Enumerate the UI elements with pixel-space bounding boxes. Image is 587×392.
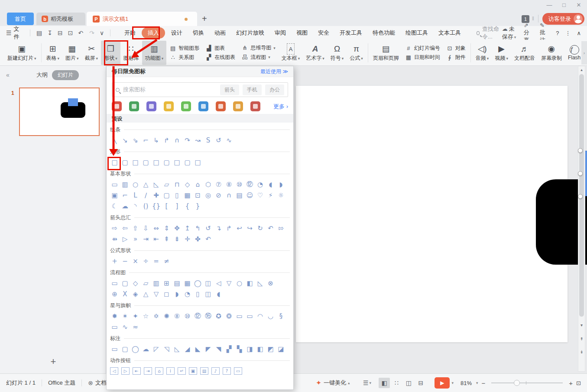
shape-cell-basic-shapes[interactable]: ⌂	[193, 180, 202, 189]
shape-cell-arrows[interactable]: »	[131, 234, 140, 244]
one-click-beautify-button[interactable]: 一键美化	[324, 379, 346, 387]
toolbar-small-button[interactable]: ⊡对象	[446, 45, 466, 52]
shape-cell-flowchart[interactable]: ⊞	[162, 279, 171, 288]
shape-cell-stars-banners[interactable]: ❂	[224, 311, 234, 321]
shape-cell-stars-banners[interactable]: ⑫	[193, 311, 202, 321]
toolbar-button[interactable]: ƒ Flash	[565, 41, 584, 65]
daily-free-icon[interactable]	[250, 101, 260, 111]
toolbar-button[interactable]: ▥ 功能图▾	[142, 41, 167, 65]
resize-handle-w[interactable]	[578, 171, 583, 176]
shape-cell-basic-shapes[interactable]: ▱	[162, 180, 171, 189]
shape-cell-lines[interactable]: ⇘	[131, 136, 140, 145]
shape-cell-flowchart[interactable]: ◯	[193, 279, 202, 288]
shape-cell-stars-banners[interactable]: ◠	[256, 311, 265, 321]
zoom-in-button[interactable]: +	[569, 379, 573, 387]
shape-cell-basic-shapes[interactable]: ○	[131, 180, 140, 189]
shape-cell-basic-shapes[interactable]: ]	[172, 201, 182, 211]
shape-cell-basic-shapes[interactable]: ☁	[120, 201, 130, 211]
shape-cell-formula-shapes[interactable]: ≠	[162, 256, 171, 266]
shape-cell-formula-shapes[interactable]: ÷	[141, 256, 150, 266]
shape-cell-flowchart[interactable]: ◖	[214, 289, 223, 299]
ribbon-expand-button[interactable]: ›	[581, 41, 587, 65]
menu-item[interactable]: 视图	[292, 27, 312, 39]
tab-docer-templates[interactable]: b 稻壳模板	[36, 13, 85, 25]
search-tag[interactable]: 箭头	[220, 84, 239, 95]
shape-cell-flowchart[interactable]: ◇	[131, 279, 140, 288]
search-tag[interactable]: 手机	[243, 84, 262, 95]
shape-cell-basic-shapes[interactable]: ◗	[276, 180, 285, 189]
shape-cell-arrows[interactable]: ↶	[204, 234, 213, 244]
shape-cell-stars-banners[interactable]: ✦	[131, 311, 140, 321]
next-slide-icon[interactable]: ↡	[578, 350, 585, 354]
shape-cell-arrows[interactable]: ⇥	[141, 234, 150, 244]
toolbar-button[interactable]: ▶ 视频▾	[492, 41, 511, 65]
shape-cell-flowchart[interactable]: ◧	[245, 279, 254, 288]
menu-item[interactable]: 设计	[167, 27, 187, 39]
shape-cell-flowchart[interactable]: ▤	[172, 279, 182, 288]
shape-cell-arrows[interactable]: ↻	[256, 224, 265, 233]
zoom-slider[interactable]	[491, 382, 563, 383]
shape-cell-arrows[interactable]: ⇰	[276, 224, 285, 233]
recently-used-link[interactable]: 最近使用 ≫	[260, 68, 288, 75]
menu-item[interactable]: 文本工具	[434, 27, 465, 39]
shape-cell-formula-shapes[interactable]: +	[110, 256, 119, 266]
shape-cell-lines[interactable]: ↳	[152, 136, 161, 145]
shape-cell-flowchart[interactable]: X	[120, 289, 130, 299]
shape-cell-rectangles[interactable]: □	[193, 158, 202, 167]
shape-cell-basic-shapes[interactable]: {	[183, 201, 192, 211]
shape-cell-lines[interactable]: ╲	[110, 136, 119, 145]
toolbar-button[interactable]: ✂ 截屏▾	[82, 41, 101, 65]
shape-cell-arrows[interactable]: ⇤	[152, 234, 161, 244]
zoom-out-button[interactable]: −	[482, 379, 486, 387]
shape-cell-basic-shapes[interactable]: ∕	[141, 191, 150, 200]
shape-cell-basic-shapes[interactable]: ▯	[172, 191, 182, 200]
shape-cell-arrows[interactable]: ⇟	[172, 234, 182, 244]
shape-cell-basic-shapes[interactable]: ⚡	[266, 191, 275, 200]
resize-handle-nw[interactable]	[578, 148, 583, 153]
shape-cell-callouts[interactable]: ◯	[131, 344, 140, 354]
shape-cell-lines[interactable]: ↷	[183, 136, 192, 145]
shape-cell-rectangles[interactable]: ▢	[120, 158, 130, 167]
shape-cell-rectangles[interactable]: □	[110, 158, 119, 167]
resize-handle-sw[interactable]	[578, 194, 583, 199]
toolbar-button[interactable]: ▤ 页眉和页脚	[370, 41, 402, 65]
shape-cell-basic-shapes[interactable]: {}	[152, 201, 161, 211]
shape-cell-arrows[interactable]: ⇧	[131, 224, 140, 233]
shape-cell-flowchart[interactable]: ◻	[162, 289, 171, 299]
shape-cell-basic-shapes[interactable]: ◔	[256, 180, 265, 189]
toolbar-button[interactable]: ▣ 新建幻灯片▾	[4, 41, 39, 65]
shape-cell-basic-shapes[interactable]: ()	[141, 201, 150, 211]
shape-cell-flowchart[interactable]: ◺	[256, 279, 265, 288]
shape-cell-callouts[interactable]: ◧	[256, 344, 265, 354]
shape-cell-arrows[interactable]: ✛	[183, 234, 192, 244]
shape-cell-flowchart[interactable]: ◔	[183, 289, 192, 299]
shape-cell-rectangles[interactable]: ▢	[162, 158, 171, 167]
shape-cell-basic-shapes[interactable]: ∩	[224, 191, 234, 200]
shape-cell-basic-shapes[interactable]: ⑩	[235, 180, 244, 189]
toolbar-button[interactable]: ⊞ 表格▾	[43, 41, 63, 65]
new-tab-button[interactable]: +	[202, 14, 207, 24]
shape-cell-arrows[interactable]: ↴	[214, 224, 223, 233]
toolbar-button[interactable]: ▦ 图片▾	[62, 41, 82, 65]
shape-cell-basic-shapes[interactable]: ▣	[110, 191, 119, 200]
more-icons-link[interactable]: 更多 ›	[273, 103, 288, 110]
shape-cell-arrows[interactable]: ↶	[266, 224, 275, 233]
shape-cell-action-buttons[interactable]: ?	[223, 367, 231, 375]
shape-cell-flowchart[interactable]: ▭	[110, 279, 119, 288]
close-button[interactable]: ✕	[575, 2, 583, 8]
shape-cell-stars-banners[interactable]: ☆	[141, 311, 150, 321]
shape-cell-lines[interactable]: ↘	[120, 136, 130, 145]
shape-cell-action-buttons[interactable]: ▤	[200, 367, 208, 375]
shape-cell-lines[interactable]: ↺	[214, 136, 223, 145]
shape-cell-callouts[interactable]: ☁	[141, 344, 150, 354]
shape-cell-basic-shapes[interactable]: ⌐	[120, 191, 130, 200]
shape-cell-stars-banners[interactable]: ✺	[162, 311, 171, 321]
play-slideshow-button[interactable]: ▶	[435, 377, 450, 389]
daily-free-icon[interactable]	[129, 101, 139, 111]
shape-cell-stars-banners[interactable]: ⑧	[172, 311, 182, 321]
shape-cell-basic-shapes[interactable]: ◇	[183, 180, 192, 189]
shape-cell-stars-banners[interactable]: ⑩	[183, 311, 192, 321]
shape-cell-stars-banners[interactable]: ▭	[110, 322, 119, 332]
shape-cell-formula-shapes[interactable]: =	[152, 256, 161, 266]
shape-cell-basic-shapes[interactable]: ♡	[256, 191, 265, 200]
